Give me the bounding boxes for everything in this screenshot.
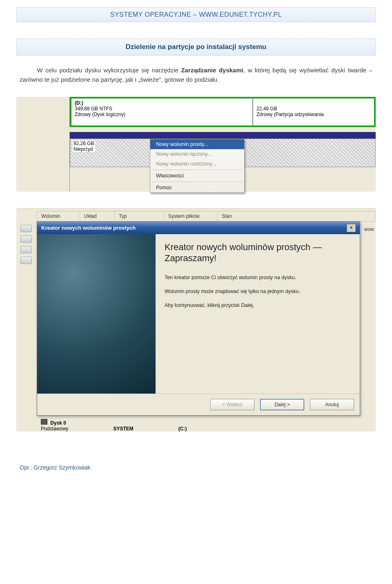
drive-icon [20, 257, 32, 264]
intro-paragraph: W celu podziału dysku wykorzystuje się n… [20, 65, 372, 85]
disk-col2: SYSTEM [113, 426, 133, 432]
close-icon[interactable]: × [347, 224, 356, 232]
wizard-text-3: Aby kontynuować, kliknij przycisk Dalej. [165, 302, 351, 308]
intro-bold: Zarządzanie dyskami [181, 67, 243, 74]
truncated-text: wow [364, 226, 374, 232]
wizard-side-graphic [37, 234, 156, 394]
menu-new-striped-volume: Nowy wolumin rozłożony... [150, 159, 244, 169]
wizard-text-1: Ten kreator pomoże Ci utworzyć wolumin p… [165, 275, 351, 280]
wizard-title-text: Kreator nowych woluminów prostych [41, 225, 136, 231]
menu-properties[interactable]: Właściwości [150, 171, 244, 181]
menu-new-simple-volume[interactable]: Nowy wolumin prosty... [150, 139, 244, 149]
partition-d-size: 349,88 GB NTFS [75, 106, 112, 112]
wizard-button-row: < Wstecz Dalej > Anuluj [37, 394, 360, 415]
screenshot-disk-management: (D:) 349,88 GB NTFS Zdrowy (Dysk logiczn… [16, 97, 376, 192]
menu-new-spanned-volume: Nowy wolumin łączony... [150, 149, 244, 159]
disk-footer-row: Dysk 0 Podstawowy SYSTEM (C:) [41, 419, 376, 432]
volumes-table-header: Wolumin Układ Typ System plików Stan [37, 211, 376, 222]
wizard-text-2: Wolumin prosty może znajdować się tylko … [165, 289, 351, 294]
disk-icon [41, 419, 47, 425]
th-filesystem[interactable]: System plików [164, 211, 218, 221]
wizard-heading: Kreator nowych woluminów prostych — Zapr… [165, 242, 351, 264]
partition-recovery-status: Zdrowy (Partycja odzyskiwania [256, 112, 324, 117]
drive-icon [20, 246, 32, 253]
th-status[interactable]: Stan [218, 211, 375, 221]
drive-icon [20, 235, 32, 243]
unallocated-space[interactable]: 92,26 GB Nieprzyd Nowy wolumin prosty...… [70, 139, 376, 167]
disk-col3: (C:) [178, 426, 187, 432]
page-header: SYSTEMY OPERACYJNE – WWW.EDUNET.TYCHY.PL [16, 7, 376, 22]
disk-name: Dysk 0 [50, 420, 66, 426]
th-volume[interactable]: Wolumin [37, 211, 80, 221]
cancel-button[interactable]: Anuluj [310, 399, 354, 410]
disk-type: Podstawowy [41, 426, 68, 432]
article-title: Dzielenie na partycje po instalacji syst… [16, 38, 376, 56]
wizard-titlebar[interactable]: Kreator nowych woluminów prostych × [37, 222, 360, 234]
drive-icons-column [20, 225, 32, 264]
back-button: < Wstecz [210, 399, 254, 410]
th-type[interactable]: Typ [115, 211, 164, 221]
partition-d-status: Zdrowy (Dysk logiczny) [75, 112, 125, 117]
screenshot-wizard: wow Wolumin Układ Typ System plików Stan… [16, 208, 376, 432]
context-menu[interactable]: Nowy wolumin prosty... Nowy wolumin łącz… [150, 139, 245, 193]
unallocated-size: 92,26 GB [74, 141, 94, 146]
wizard-dialog: Kreator nowych woluminów prostych × Krea… [37, 222, 360, 416]
drive-icon [20, 225, 32, 232]
next-button[interactable]: Dalej > [260, 399, 304, 410]
intro-lead: W celu podziału dysku wykorzystuje się n… [37, 67, 181, 74]
partition-recovery-size: 22,49 GB [256, 106, 277, 112]
page-footer: Opr.: Grzegorz Szymkowiak [16, 464, 376, 471]
th-layout[interactable]: Układ [80, 211, 115, 221]
unallocated-status: Nieprzyd [74, 146, 93, 152]
partition-d-letter: (D:) [75, 100, 83, 106]
menu-help[interactable]: Pomoc [150, 183, 244, 192]
